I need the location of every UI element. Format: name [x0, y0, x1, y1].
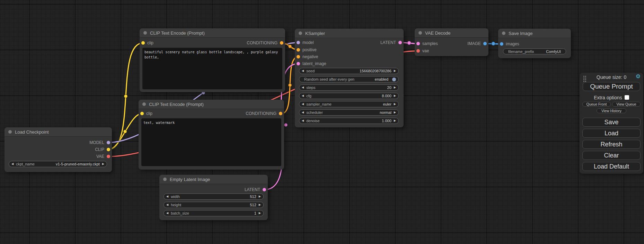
- decrement-arrow-icon[interactable]: ◀: [166, 195, 168, 198]
- node-graph-canvas[interactable]: Load Checkpoint MODEL CLIP VAE ◀ ckpt_na…: [0, 0, 644, 244]
- increment-arrow-icon[interactable]: ▶: [259, 204, 261, 206]
- clip-output-dot[interactable]: [107, 148, 110, 151]
- random-seed-widget[interactable]: Random seed after every gen enabled: [299, 76, 399, 82]
- slot-label: vae: [422, 48, 429, 53]
- denoise-widget[interactable]: ◀ denoise 1.000 ▶: [299, 118, 399, 124]
- collapse-dot-icon[interactable]: [502, 31, 505, 35]
- next-value-arrow-icon[interactable]: ▶: [394, 111, 396, 114]
- clear-button[interactable]: Clear: [582, 151, 641, 160]
- samples-input-dot[interactable]: [416, 42, 420, 45]
- conditioning-output-dot[interactable]: [280, 41, 283, 45]
- node-save-image[interactable]: Save Image images filename_prefix ComfyU…: [498, 29, 571, 58]
- ckpt-name-widget[interactable]: ◀ ckpt_name v1-5-pruned-emaonly.ckpt ▶: [9, 161, 107, 167]
- node-ksampler[interactable]: KSampler model positive negative latent_…: [295, 29, 404, 127]
- decrement-arrow-icon[interactable]: ◀: [302, 70, 304, 72]
- height-widget[interactable]: ◀ height 512 ▶: [164, 202, 264, 208]
- node-title-bar[interactable]: Empty Latent Image: [159, 175, 268, 184]
- vae-input-dot[interactable]: [416, 49, 420, 53]
- prompt-textarea[interactable]: beautiful scenery nature glass bottle la…: [142, 48, 282, 89]
- vae-output-dot[interactable]: [107, 155, 110, 158]
- save-button[interactable]: Save: [582, 118, 641, 127]
- node-title-bar[interactable]: KSampler: [295, 29, 404, 38]
- clip-input-dot[interactable]: [140, 112, 144, 115]
- model-input-dot[interactable]: [297, 41, 300, 44]
- cfg-widget[interactable]: ◀ cfg 8.000 ▶: [299, 93, 399, 99]
- collapse-dot-icon[interactable]: [418, 31, 422, 35]
- conditioning-output-dot[interactable]: [279, 112, 282, 115]
- next-value-arrow-icon[interactable]: ▶: [394, 103, 396, 106]
- link-midpoint-dot[interactable]: [284, 123, 288, 127]
- increment-arrow-icon[interactable]: ▶: [394, 70, 396, 72]
- decrement-arrow-icon[interactable]: ◀: [166, 204, 168, 206]
- input-slot-negative: negative: [297, 53, 318, 60]
- prev-value-arrow-icon[interactable]: ◀: [302, 111, 304, 114]
- prev-value-arrow-icon[interactable]: ◀: [302, 103, 304, 106]
- increment-arrow-icon[interactable]: ▶: [394, 119, 396, 122]
- latent-output-dot[interactable]: [398, 41, 402, 44]
- slot-label: clip: [146, 111, 152, 116]
- link-midpoint-dot[interactable]: [407, 41, 411, 45]
- positive-input-dot[interactable]: [297, 48, 300, 52]
- queue-front-button[interactable]: Queue Front: [582, 102, 611, 107]
- decrement-arrow-icon[interactable]: ◀: [302, 86, 304, 89]
- collapse-dot-icon[interactable]: [142, 102, 146, 106]
- widget-label: sampler_name: [306, 102, 332, 106]
- image-output-dot[interactable]: [483, 42, 487, 45]
- collapse-dot-icon[interactable]: [299, 31, 302, 35]
- node-empty-latent-image[interactable]: Empty Latent Image LATENT ◀ width 512 ▶ …: [159, 175, 268, 220]
- collapse-dot-icon[interactable]: [163, 178, 167, 181]
- decrement-arrow-icon[interactable]: ◀: [166, 212, 168, 215]
- gear-icon[interactable]: ⚙: [636, 74, 641, 79]
- link-midpoint-dot[interactable]: [123, 130, 127, 133]
- widget-label: seed: [306, 69, 315, 73]
- link-midpoint-dot[interactable]: [288, 83, 292, 87]
- node-title-bar[interactable]: CLIP Text Encode (Prompt): [140, 28, 285, 37]
- prompt-textarea[interactable]: text, watermark: [141, 118, 281, 166]
- refresh-button[interactable]: Refresh: [582, 140, 641, 149]
- steps-widget[interactable]: ◀ steps 20 ▶: [299, 84, 399, 91]
- link-midpoint-dot[interactable]: [288, 45, 292, 48]
- toggle-dot[interactable]: [392, 78, 396, 81]
- extra-options-checkbox[interactable]: [625, 95, 629, 100]
- sampler-name-widget[interactable]: ◀ sampler_name euler ▶: [299, 101, 399, 107]
- input-slot-samples: samples: [416, 40, 438, 47]
- latent-image-input-dot[interactable]: [297, 62, 300, 65]
- node-title-bar[interactable]: Load Checkpoint: [5, 127, 112, 136]
- increment-arrow-icon[interactable]: ▶: [394, 86, 396, 89]
- node-clip-text-encode-negative[interactable]: CLIP Text Encode (Prompt) clip CONDITION…: [139, 100, 284, 170]
- seed-widget[interactable]: ◀ seed 156680208700286 ▶: [299, 68, 399, 74]
- width-widget[interactable]: ◀ width 512 ▶: [164, 193, 264, 200]
- node-clip-text-encode-positive[interactable]: CLIP Text Encode (Prompt) clip CONDITION…: [140, 28, 285, 92]
- node-title-bar[interactable]: CLIP Text Encode (Prompt): [139, 100, 284, 109]
- queue-prompt-button[interactable]: Queue Prompt: [583, 82, 640, 91]
- images-input-dot[interactable]: [500, 42, 503, 46]
- load-default-button[interactable]: Load Default: [582, 162, 641, 171]
- next-value-arrow-icon[interactable]: ▶: [102, 163, 104, 165]
- latent-output-dot[interactable]: [263, 188, 266, 191]
- link-midpoint-dot[interactable]: [492, 42, 495, 46]
- model-output-dot[interactable]: [107, 141, 110, 144]
- node-title: VAE Decode: [425, 30, 450, 36]
- node-vae-decode[interactable]: VAE Decode samples vae IMAGE: [415, 28, 488, 56]
- clip-input-dot[interactable]: [141, 41, 145, 45]
- slot-label: CONDITIONING: [247, 40, 277, 45]
- load-button[interactable]: Load: [582, 129, 641, 138]
- collapse-dot-icon[interactable]: [8, 130, 12, 134]
- view-history-button[interactable]: View History: [597, 108, 626, 113]
- increment-arrow-icon[interactable]: ▶: [259, 212, 261, 215]
- decrement-arrow-icon[interactable]: ◀: [302, 119, 304, 122]
- collapse-dot-icon[interactable]: [143, 31, 147, 35]
- scheduler-widget[interactable]: ◀ scheduler normal ▶: [299, 109, 399, 116]
- increment-arrow-icon[interactable]: ▶: [394, 94, 396, 97]
- view-queue-button[interactable]: View Queue: [612, 102, 641, 107]
- negative-input-dot[interactable]: [297, 55, 300, 58]
- node-title-bar[interactable]: VAE Decode: [415, 28, 488, 37]
- prev-value-arrow-icon[interactable]: ◀: [11, 163, 14, 165]
- filename-prefix-widget[interactable]: filename_prefix ComfyUI: [503, 48, 566, 54]
- link-midpoint-dot[interactable]: [124, 94, 127, 98]
- decrement-arrow-icon[interactable]: ◀: [302, 94, 304, 97]
- node-title-bar[interactable]: Save Image: [498, 29, 571, 38]
- batch-size-widget[interactable]: ◀ batch_size 1 ▶: [164, 210, 264, 216]
- increment-arrow-icon[interactable]: ▶: [259, 195, 261, 198]
- node-load-checkpoint[interactable]: Load Checkpoint MODEL CLIP VAE ◀ ckpt_na…: [5, 127, 112, 172]
